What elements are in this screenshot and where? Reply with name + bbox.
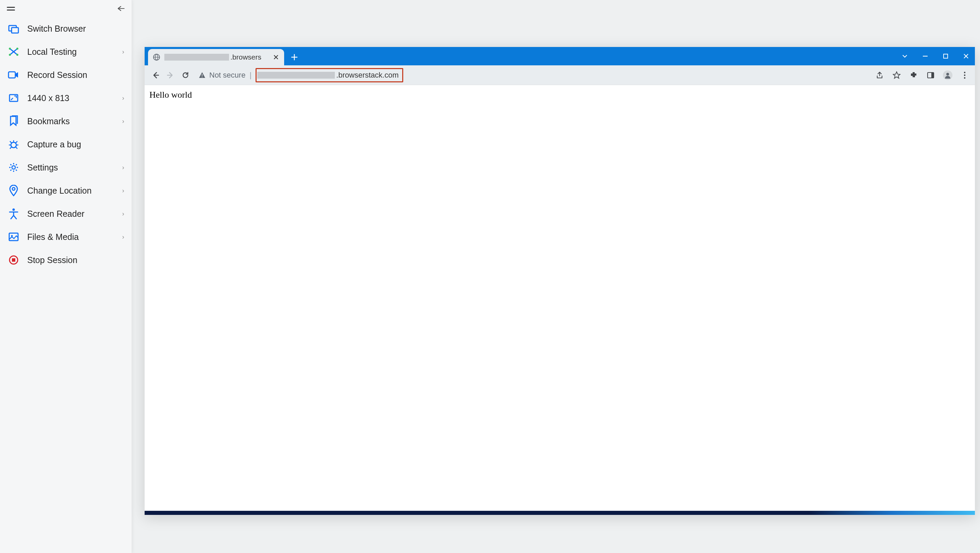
window-close-icon[interactable] [961,51,971,61]
svg-point-24 [964,74,966,76]
capture-bug-icon [8,138,20,150]
record-session-icon [8,69,20,81]
side-panel-icon[interactable] [926,70,935,80]
sidebar-item-label: 1440 x 813 [27,93,122,103]
svg-point-11 [13,209,15,211]
svg-rect-15 [12,258,15,262]
svg-point-25 [964,77,966,78]
change-location-icon [8,185,20,197]
toolbar-right-icons [875,70,969,80]
svg-point-10 [12,188,15,190]
browser-tab[interactable]: .browsers [148,49,284,65]
svg-point-9 [12,166,15,169]
svg-rect-17 [943,54,948,58]
share-icon[interactable] [875,70,885,80]
sidebar-item-label: Bookmarks [27,116,122,126]
svg-rect-19 [202,76,202,77]
stop-session-icon [8,254,20,266]
sidebar-item-local-testing[interactable]: Local Testing › [0,40,132,63]
sidebar-item-label: Local Testing [27,47,122,57]
files-media-icon [8,231,20,243]
globe-favicon-icon [153,53,160,61]
sidebar-item-label: Record Session [27,70,124,80]
close-tab-icon[interactable] [272,54,279,61]
bookmarks-icon [8,115,20,127]
svg-rect-18 [202,74,202,76]
sidebar-header [0,0,132,17]
bookmark-star-icon[interactable] [892,70,901,80]
switch-browser-icon [8,22,20,35]
sidebar-item-bookmarks[interactable]: Bookmarks › [0,110,132,133]
sidebar-item-record-session[interactable]: Record Session [0,63,132,86]
nav-back-button[interactable] [150,70,161,81]
svg-rect-1 [11,27,18,33]
new-tab-button[interactable] [288,50,301,64]
svg-point-5 [16,54,18,56]
sidebar-item-settings[interactable]: Settings › [0,156,132,179]
nav-forward-button[interactable] [165,70,176,81]
sidebar-item-switch-browser[interactable]: Switch Browser [0,17,132,40]
not-secure-label: Not secure [209,71,245,80]
tab-search-dropdown-icon[interactable] [900,51,910,61]
address-bar[interactable]: Not secure | .browserstack.com [195,68,867,82]
kebab-menu-icon[interactable] [960,70,969,80]
sidebar-item-label: Screen Reader [27,209,122,219]
nav-reload-button[interactable] [180,70,191,81]
browser-toolbar: Not secure | .browserstack.com [145,65,975,85]
sidebar-item-label: Stop Session [27,255,124,265]
chevron-right-icon: › [122,164,124,171]
chevron-right-icon: › [122,48,124,56]
chevron-right-icon: › [122,95,124,102]
not-secure-warning-icon [198,72,206,79]
chevron-right-icon: › [122,118,124,125]
local-testing-icon [8,46,20,58]
address-url-redacted [257,72,335,79]
sidebar-item-stop-session[interactable]: Stop Session [0,249,132,272]
sidebar-item-label: Settings [27,163,122,172]
hamburger-menu-icon[interactable] [7,5,16,12]
window-controls [900,51,971,61]
address-url-suffix: .browserstack.com [336,71,398,80]
svg-point-22 [946,73,949,76]
browser-window: .browsers [145,47,975,515]
window-maximize-icon[interactable] [941,51,950,61]
svg-point-4 [9,54,11,56]
page-body-text: Hello world [150,90,192,100]
chevron-right-icon: › [122,210,124,217]
chevron-right-icon: › [122,233,124,241]
collapse-sidebar-icon[interactable] [116,5,125,12]
svg-rect-6 [8,72,15,78]
address-url-highlight: .browserstack.com [256,68,403,82]
svg-point-23 [964,72,966,73]
sidebar: Switch Browser Local Testing › Record Se… [0,0,132,553]
sidebar-item-label: Files & Media [27,232,122,242]
sidebar-item-label: Capture a bug [27,140,124,150]
tab-title: .browsers [164,53,269,61]
sidebar-item-label: Switch Browser [27,24,124,34]
sidebar-item-change-location[interactable]: Change Location › [0,179,132,202]
tab-strip: .browsers [145,47,975,65]
svg-point-8 [11,142,16,148]
window-minimize-icon[interactable] [920,51,930,61]
page-content: Hello world [145,85,975,511]
sidebar-item-capture-bug[interactable]: Capture a bug [0,133,132,156]
svg-point-2 [9,48,11,50]
sidebar-item-files-media[interactable]: Files & Media › [0,225,132,249]
settings-icon [8,161,20,174]
chevron-right-icon: › [122,187,124,194]
svg-rect-12 [9,233,18,241]
screen-reader-icon [8,207,20,220]
tab-title-redacted [164,54,229,61]
extensions-icon[interactable] [909,70,918,80]
remote-taskbar [145,511,975,515]
svg-rect-21 [931,72,934,78]
profile-avatar-icon[interactable] [943,70,953,80]
address-divider: | [250,71,251,80]
sidebar-item-screen-reader[interactable]: Screen Reader › [0,202,132,225]
sidebar-item-resolution[interactable]: 1440 x 813 › [0,86,132,110]
tab-title-suffix: .browsers [231,53,261,61]
sidebar-item-label: Change Location [27,186,122,196]
resolution-icon [8,92,20,104]
svg-point-3 [16,48,18,50]
